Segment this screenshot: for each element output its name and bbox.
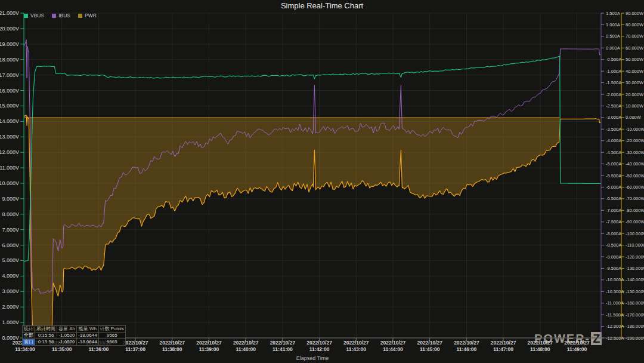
current-tick-label: -9.500A <box>606 266 621 271</box>
power-tick-label: -40.000W <box>626 161 644 167</box>
time-tick-label: 11:48:00 <box>530 346 550 352</box>
power-tick-label: -180.000W <box>626 324 644 329</box>
current-tick-label: -8.500A <box>606 242 621 248</box>
time-tick-date: 2022/10/27 <box>417 340 442 346</box>
current-tick-label: 0.000A <box>606 45 620 51</box>
stats-header-cell: 容量 Ah <box>57 326 77 333</box>
time-tick-label: 11:35:00 <box>52 346 72 352</box>
voltage-tick-label: 15.000V <box>0 103 19 109</box>
time-tick-label: 11:34:00 <box>15 346 35 352</box>
chart-canvas: 21.000V20.000V19.000V18.000V17.000V16.00… <box>0 0 644 363</box>
stats-scope-all[interactable]: 全部 <box>23 333 35 339</box>
current-tick-label: 1.500A <box>606 11 620 16</box>
voltage-tick-label: 18.000V <box>0 57 19 63</box>
current-tick-label: -1.000A <box>606 69 621 74</box>
legend-swatch-ibus <box>52 14 56 18</box>
voltage-tick-label: 16.000V <box>0 88 19 94</box>
current-tick-label: -2.500A <box>606 103 621 109</box>
voltage-tick-label: 9.000V <box>2 196 19 202</box>
power-tick-label: -10.000W <box>626 127 644 132</box>
current-tick-label: -0.500A <box>606 57 621 62</box>
time-tick-label: 11:36:00 <box>89 346 109 352</box>
current-tick-label: -5.500A <box>606 173 621 179</box>
time-tick-date: 2022/10/27 <box>491 340 516 346</box>
current-tick-label: -5.000A <box>606 161 621 167</box>
time-tick-label: 11:40:00 <box>236 346 256 352</box>
stats-cell: 9565 <box>98 333 125 339</box>
time-tick-date: 2022/10/27 <box>270 340 296 346</box>
voltage-tick-label: 19.000V <box>0 41 19 47</box>
time-tick-label: 11:37:00 <box>125 346 145 352</box>
current-tick-label: -1.500A <box>606 80 621 85</box>
time-tick-date: 2022/10/27 <box>306 340 332 346</box>
current-tick-label: -8.000A <box>606 231 621 236</box>
time-tick-label: 11:42:00 <box>309 346 330 352</box>
page-title: Simple Real-Time Chart <box>0 1 644 10</box>
time-tick-label: 11:43:00 <box>346 346 367 352</box>
power-tick-label: 60.000W <box>626 45 644 51</box>
voltage-tick-label: 17.000V <box>0 72 19 78</box>
stats-header-cell: 能量 Wh <box>77 326 99 333</box>
stats-header-row: 统计累计时间容量 Ah能量 Wh计数 Points <box>23 326 126 333</box>
power-tick-label: -130.000W <box>626 266 644 271</box>
voltage-axis: 21.000V20.000V19.000V18.000V17.000V16.00… <box>0 10 24 341</box>
voltage-tick-label: 20.000V <box>0 26 19 32</box>
stats-header-cell: 统计 <box>23 326 35 333</box>
time-tick-date: 2022/10/27 <box>123 340 148 346</box>
stats-cell: 9565 <box>98 339 125 346</box>
power-tick-label: -160.000W <box>626 300 644 306</box>
current-tick-label: -9.000A <box>606 254 621 260</box>
voltage-tick-label: 14.000V <box>0 118 19 124</box>
power-tick-label: 90.000W <box>626 11 644 16</box>
voltage-tick-label: 4.000V <box>2 273 19 279</box>
power-tick-label: 30.000W <box>626 80 644 85</box>
voltage-tick-label: 12.000V <box>0 149 19 155</box>
x-axis-title: Elapsed Time <box>0 355 625 361</box>
power-tick-label: -110.000W <box>626 242 644 248</box>
power-tick-label: 20.000W <box>626 92 644 97</box>
voltage-tick-label: 7.000V <box>2 227 19 233</box>
power-tick-label: -20.000W <box>626 138 644 143</box>
current-tick-label: -2.000A <box>606 92 621 97</box>
time-tick-label: 11:38:00 <box>162 346 182 352</box>
legend-item-ibus[interactable]: IBUS <box>52 13 70 19</box>
current-tick-label: -7.000A <box>606 208 621 213</box>
power-tick-label: 10.000W <box>626 103 644 109</box>
time-tick-date: 2022/10/27 <box>380 340 406 346</box>
current-tick-label: 1.000A <box>606 22 620 27</box>
power-tick-label: -170.000W <box>626 312 644 318</box>
time-tick-label: 11:49:00 <box>567 346 587 352</box>
stats-row-window: 窗口0:15:56-1.0520-18.06449565 <box>23 339 126 346</box>
voltage-tick-label: 21.000V <box>0 10 19 16</box>
power-tick-label: 0.000W <box>626 115 642 120</box>
voltage-tick-label: 5.000V <box>2 257 19 263</box>
stats-scope-window[interactable]: 窗口 <box>23 339 35 346</box>
legend-label: VBUS <box>30 13 44 19</box>
current-tick-label: 0.500A <box>606 33 620 39</box>
power-tick-label: 50.000W <box>626 57 644 62</box>
current-tick-label: -3.000A <box>606 115 621 120</box>
power-tick-label: -120.000W <box>626 254 644 260</box>
stats-row-all: 全部0:15:56-1.0520-18.06449565 <box>23 333 126 339</box>
voltage-tick-label: 6.000V <box>2 242 19 248</box>
stats-table: 统计累计时间容量 Ah能量 Wh计数 Points全部0:15:56-1.052… <box>22 325 126 346</box>
power-tick-label: -70.000W <box>626 196 644 201</box>
power-axis: 90.000W80.000W70.000W60.000W50.000W40.00… <box>621 11 644 341</box>
stats-cell: -1.0520 <box>57 339 77 346</box>
stats-header-cell: 累计时间 <box>35 326 57 333</box>
legend-item-vbus[interactable]: VBUS <box>24 13 44 19</box>
legend: VBUSIBUSPWR <box>24 13 97 19</box>
power-tick-label: -90.000W <box>626 219 644 224</box>
power-tick-label: 80.000W <box>626 22 644 27</box>
pwr-area-fill <box>24 118 560 333</box>
time-tick-label: 11:41:00 <box>273 346 293 352</box>
voltage-tick-label: 10.000V <box>0 180 19 186</box>
legend-item-pwr[interactable]: PWR <box>78 13 97 19</box>
stats-header-cell: 计数 Points <box>98 326 125 333</box>
legend-label: PWR <box>85 13 97 19</box>
power-tick-label: -50.000W <box>626 173 644 179</box>
power-tick-label: -100.000W <box>626 231 644 236</box>
stats-cell: -18.0644 <box>77 333 99 339</box>
stats-table-grid: 统计累计时间容量 Ah能量 Wh计数 Points全部0:15:56-1.052… <box>22 325 126 346</box>
voltage-tick-label: 13.000V <box>0 134 19 140</box>
